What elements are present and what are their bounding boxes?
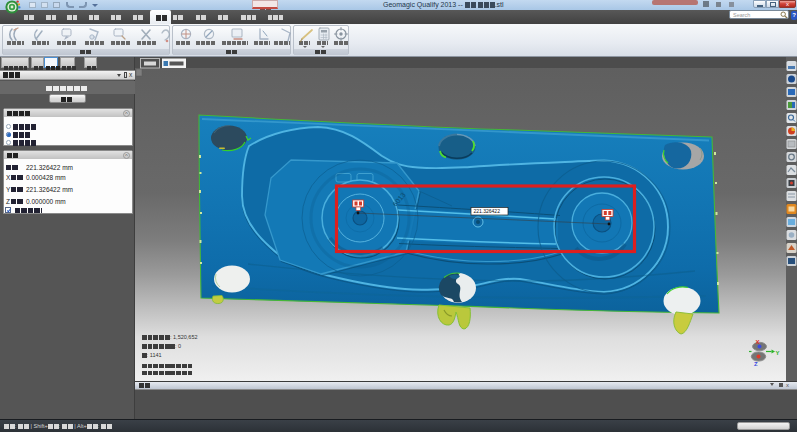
svg-text:Z: Z — [754, 361, 758, 367]
svg-text:Y: Y — [776, 350, 780, 356]
svg-text:X: X — [756, 339, 760, 345]
svg-text:221.326422: 221.326422 — [474, 208, 501, 214]
